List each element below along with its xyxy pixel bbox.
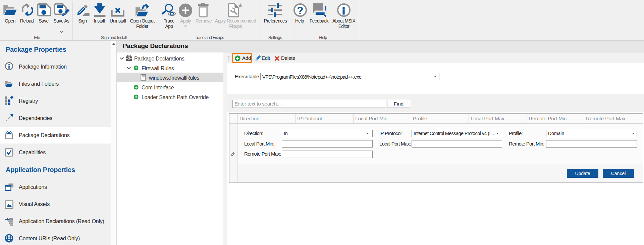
svg-text:?: ? (297, 5, 304, 16)
